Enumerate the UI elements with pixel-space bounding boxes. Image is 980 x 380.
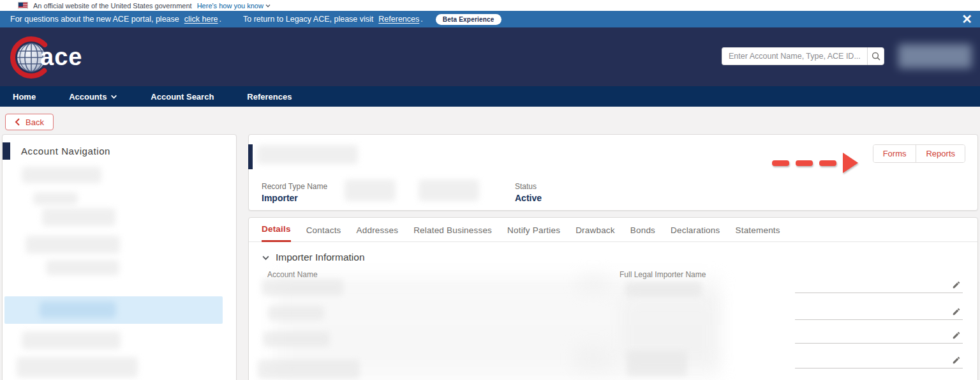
record-type-value: Importer [262, 193, 327, 203]
record-details-card: Details Contacts Addresses Related Busin… [248, 217, 978, 380]
redacted-field-value [258, 360, 360, 379]
record-header-card: Record Type Name Importer Status Active … [248, 134, 978, 211]
sidebar-title: Account Navigation [21, 146, 110, 156]
tab-contacts[interactable]: Contacts [306, 225, 341, 241]
tab-addresses[interactable]: Addresses [357, 225, 399, 241]
gov-banner: An official website of the United States… [0, 0, 980, 11]
section-importer-information[interactable]: Importer Information [262, 252, 977, 263]
back-button[interactable]: Back [5, 114, 54, 130]
record-title-marker [248, 144, 253, 169]
ace-logo: ace [10, 34, 112, 80]
gov-banner-text: An official website of the United States… [33, 2, 192, 10]
redacted-nav-item [17, 357, 138, 377]
redacted-nav-item [26, 236, 120, 254]
redacted-field-value [574, 344, 612, 373]
nav-item-home[interactable]: Home [13, 92, 36, 102]
arrow-head-icon [843, 153, 858, 173]
edit-icon[interactable] [952, 356, 961, 365]
user-menu-redacted[interactable] [898, 44, 972, 68]
record-title-redacted [257, 145, 358, 164]
tab-related-businesses[interactable]: Related Businesses [413, 225, 492, 241]
tab-statements[interactable]: Statements [735, 225, 780, 241]
edit-icon[interactable] [952, 307, 961, 316]
redacted-nav-item [42, 208, 115, 226]
references-link[interactable]: References [378, 15, 419, 24]
alert-bar: For questions about the new ACE portal, … [0, 11, 980, 27]
forms-button[interactable]: Forms [873, 145, 917, 162]
tab-notify-parties[interactable]: Notify Parties [507, 225, 560, 241]
redacted-field [345, 179, 396, 201]
edit-icon[interactable] [952, 331, 961, 340]
redacted-field-value [268, 306, 324, 320]
nav-item-references[interactable]: References [247, 92, 292, 102]
redacted-nav-item [33, 192, 78, 205]
redacted-field-value [262, 279, 343, 296]
alert-message-2: To return to Legacy ACE, please visit [243, 15, 373, 24]
redacted-field [419, 179, 479, 201]
how-you-know-link[interactable]: Here's how you know [197, 2, 271, 10]
record-type-label: Record Type Name [262, 182, 327, 191]
redacted-nav-item [22, 331, 121, 349]
close-icon[interactable]: ✕ [961, 12, 972, 26]
search-button[interactable] [867, 47, 884, 65]
record-actions: Forms Reports [873, 144, 965, 163]
collapse-chevron-icon [262, 254, 270, 262]
redacted-nav-item-label [40, 301, 116, 318]
tab-bonds[interactable]: Bonds [630, 225, 655, 241]
click-here-link[interactable]: click here [184, 15, 218, 24]
edit-icon[interactable] [952, 280, 961, 289]
tab-declarations[interactable]: Declarations [671, 225, 720, 241]
reports-button[interactable]: Reports [916, 145, 965, 162]
alert-message-1: For questions about the new ACE portal, … [10, 15, 179, 24]
redacted-nav-item [46, 260, 119, 275]
chevron-left-icon [15, 118, 20, 126]
chevron-down-icon [110, 93, 117, 100]
dashed-arrow-annotation [772, 153, 858, 173]
status-value: Active [515, 193, 542, 203]
account-navigation-panel: Account Navigation [2, 134, 237, 380]
edit-field-row [795, 327, 963, 344]
beta-experience-badge: Beta Experience [436, 14, 501, 25]
us-flag-icon [18, 2, 28, 9]
redacted-nav-item [22, 167, 101, 183]
app-header: ace [0, 27, 980, 86]
edit-field-row [795, 352, 963, 369]
redacted-field-value [263, 331, 330, 347]
global-search-input[interactable] [722, 47, 867, 65]
sidebar-selected-item[interactable] [4, 296, 223, 324]
main-nav: Home Accounts Account Search References [0, 86, 980, 107]
nav-item-accounts[interactable]: Accounts [69, 92, 117, 102]
page-body: Back Account Navigation Record Type Name… [0, 107, 980, 380]
nav-item-account-search[interactable]: Account Search [151, 92, 214, 102]
sidebar-title-marker [2, 142, 10, 160]
logo-text: ace [40, 43, 82, 71]
redacted-field-value [578, 274, 609, 293]
tab-details[interactable]: Details [262, 224, 291, 242]
tab-drawback[interactable]: Drawback [575, 225, 615, 241]
redacted-field-value [627, 351, 687, 376]
chevron-down-icon [265, 3, 271, 9]
edit-field-row [795, 277, 963, 293]
record-tabs: Details Contacts Addresses Related Busin… [249, 218, 977, 242]
edit-field-row [795, 303, 963, 320]
status-label: Status [515, 182, 542, 191]
search-icon [872, 52, 880, 61]
